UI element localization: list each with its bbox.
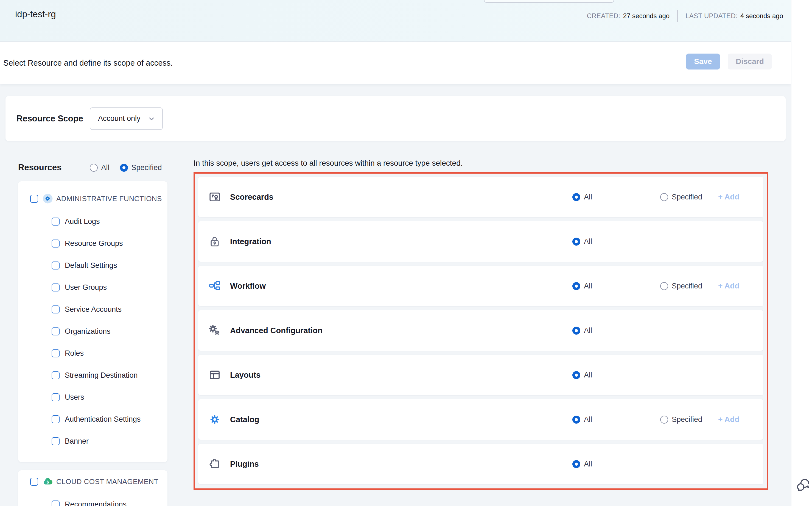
resources-radio-specified[interactable] xyxy=(120,164,128,172)
all-radio[interactable] xyxy=(572,460,580,468)
item-checkbox[interactable] xyxy=(52,437,60,445)
list-item: Banner xyxy=(18,430,168,452)
add-button[interactable]: + Add xyxy=(718,281,739,290)
all-radio-label[interactable]: All xyxy=(584,193,592,201)
resources-radio-all[interactable] xyxy=(90,164,98,172)
all-radio-label[interactable]: All xyxy=(584,237,592,246)
add-button[interactable]: + Add xyxy=(718,415,739,424)
list-item: Default Settings xyxy=(18,254,168,276)
all-radio[interactable] xyxy=(572,282,580,290)
resource-type-row: Advanced Configuration All xyxy=(198,310,764,351)
list-item: Recommendations xyxy=(18,493,168,506)
all-radio-label[interactable]: All xyxy=(584,282,592,290)
right-rail xyxy=(791,0,812,506)
item-label: Recommendations xyxy=(65,500,126,506)
resource-scope-dropdown[interactable]: Account only xyxy=(90,107,163,130)
chat-support-icon xyxy=(796,478,811,492)
item-checkbox[interactable] xyxy=(52,415,60,423)
specified-radio-label[interactable]: Specified xyxy=(672,415,702,424)
specified-radio-label[interactable]: Specified xyxy=(672,282,702,290)
item-label: Service Accounts xyxy=(65,305,122,314)
item-checkbox[interactable] xyxy=(52,283,60,291)
list-item: Users xyxy=(18,386,168,408)
created-value: 27 seconds ago xyxy=(623,12,670,20)
resource-type-row: Plugins All xyxy=(198,444,764,484)
radio-group-all: All xyxy=(572,460,592,469)
item-checkbox[interactable] xyxy=(52,306,60,314)
item-label: Users xyxy=(65,393,84,402)
resource-scope-label: Resource Scope xyxy=(16,114,83,123)
group-checkbox[interactable] xyxy=(30,478,38,486)
specified-radio[interactable] xyxy=(660,416,668,424)
page-header: idp-test-rg CREATED: 27 seconds ago LAST… xyxy=(0,0,791,42)
all-radio[interactable] xyxy=(572,238,580,246)
item-label: Audit Logs xyxy=(65,217,100,226)
radio-group-specified: Specified xyxy=(660,282,702,290)
item-label: User Groups xyxy=(65,283,107,292)
specified-radio[interactable] xyxy=(660,282,668,290)
chat-support-button[interactable] xyxy=(796,478,811,492)
item-checkbox[interactable] xyxy=(52,393,60,401)
resource-type-row: Layouts All xyxy=(198,355,764,395)
lock-icon xyxy=(209,235,221,248)
item-checkbox[interactable] xyxy=(52,218,60,226)
gears-icon xyxy=(209,324,221,337)
resource-types-highlight-box: Scorecards All Specified + Add Integrati… xyxy=(194,172,768,490)
resources-radio-all-label[interactable]: All xyxy=(101,163,110,172)
header-meta: CREATED: 27 seconds ago LAST UPDATED: 4 … xyxy=(587,0,783,31)
plugin-icon xyxy=(209,458,221,470)
item-checkbox[interactable] xyxy=(52,327,60,335)
all-radio[interactable] xyxy=(572,416,580,424)
item-checkbox[interactable] xyxy=(52,240,60,248)
item-checkbox[interactable] xyxy=(52,371,60,380)
radio-group-all: All xyxy=(572,371,592,380)
resources-radio-specified-label[interactable]: Specified xyxy=(131,163,162,172)
main-area: idp-test-rg CREATED: 27 seconds ago LAST… xyxy=(0,0,791,506)
radio-group-specified: Specified xyxy=(660,415,702,424)
all-radio[interactable] xyxy=(572,327,580,335)
meta-divider xyxy=(677,10,678,22)
gear-icon xyxy=(209,413,221,425)
page-title: idp-test-rg xyxy=(15,9,56,19)
resource-type-name: Layouts xyxy=(230,370,261,380)
resources-title: Resources xyxy=(18,163,62,172)
resource-type-name: Catalog xyxy=(230,415,259,424)
last-updated-label: LAST UPDATED: xyxy=(686,12,738,20)
resource-type-name: Advanced Configuration xyxy=(230,326,322,335)
radio-group-all: All xyxy=(572,193,592,201)
list-item: Authentication Settings xyxy=(18,408,168,430)
specified-radio[interactable] xyxy=(660,193,668,201)
group-checkbox[interactable] xyxy=(30,195,38,203)
all-radio-label[interactable]: All xyxy=(584,326,592,335)
scorecard-icon xyxy=(209,191,221,203)
all-radio[interactable] xyxy=(572,193,580,201)
all-radio-label[interactable]: All xyxy=(584,415,592,424)
list-item: Streaming Destination xyxy=(18,364,168,386)
resource-type-row: Integration All xyxy=(198,221,764,262)
resource-type-name: Workflow xyxy=(230,281,266,290)
chevron-down-icon xyxy=(147,114,156,123)
resource-group-header: ADMINISTRATIVE FUNCTIONS xyxy=(30,192,168,205)
all-radio-label[interactable]: All xyxy=(584,460,592,469)
item-label: Authentication Settings xyxy=(65,415,140,424)
resource-type-name: Scorecards xyxy=(230,192,274,202)
item-checkbox[interactable] xyxy=(52,501,60,506)
discard-button[interactable]: Discard xyxy=(728,54,772,70)
specified-radio-label[interactable]: Specified xyxy=(672,193,702,201)
all-radio-label[interactable]: All xyxy=(584,371,592,380)
page: idp-test-rg CREATED: 27 seconds ago LAST… xyxy=(0,0,812,506)
radio-group-all: All xyxy=(572,237,592,246)
save-button[interactable]: Save xyxy=(686,54,720,70)
add-button[interactable]: + Add xyxy=(718,192,739,201)
list-item: User Groups xyxy=(18,276,168,298)
resource-type-row: Catalog All Specified + Add xyxy=(198,399,764,440)
item-checkbox[interactable] xyxy=(52,261,60,269)
admin-gear-icon xyxy=(42,193,53,204)
item-checkbox[interactable] xyxy=(52,349,60,357)
radio-group-all: All xyxy=(572,282,592,290)
cloud-dollar-icon: $ xyxy=(42,476,53,487)
all-radio[interactable] xyxy=(572,371,580,379)
created-label: CREATED: xyxy=(587,12,620,20)
item-label: Banner xyxy=(65,437,89,445)
item-label: Organizations xyxy=(65,327,111,336)
